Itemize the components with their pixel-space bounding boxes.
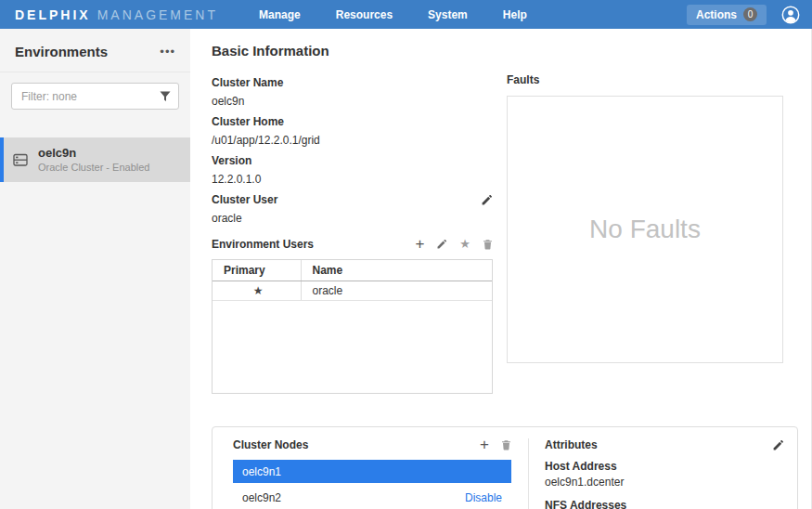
filter-input[interactable] [11, 83, 179, 110]
host-address-label: Host Address [545, 459, 784, 475]
environment-list-item-oelc9n[interactable]: oelc9n Oracle Cluster - Enabled [0, 137, 190, 182]
host-address-value: oelc9n1.dcenter [545, 475, 784, 490]
node-name: oelc9n2 [242, 491, 281, 504]
environment-item-text: oelc9n Oracle Cluster - Enabled [38, 146, 149, 174]
environment-users-toolbar: + ★ [415, 238, 493, 251]
top-navbar: DELPHIX MANAGEMENT Manage Resources Syst… [0, 0, 812, 29]
cluster-nodes-header: Cluster Nodes + [233, 438, 511, 451]
node-row-oelc9n1[interactable]: oelc9n1 [233, 460, 511, 483]
disable-node-link[interactable]: Disable [465, 491, 502, 504]
field-value: oelc9n [212, 92, 493, 111]
edit-user-icon[interactable] [436, 239, 447, 250]
field-value: /u01/app/12.2.0.1/grid [212, 131, 493, 150]
field-value: oracle [212, 209, 493, 228]
filter-container [11, 83, 179, 110]
environment-item-name: oelc9n [38, 146, 149, 161]
logo-primary: DELPHIX [15, 7, 91, 22]
sidebar-title: Environments [15, 44, 108, 59]
more-menu-icon[interactable]: ••• [160, 48, 175, 56]
nav-menu: Manage Resources System Help [259, 8, 527, 21]
attributes-title: Attributes [545, 438, 598, 451]
add-user-icon[interactable]: + [415, 238, 424, 251]
sidebar-header: Environments ••• [0, 29, 190, 72]
environment-users-title: Environment Users [212, 238, 314, 251]
logo-secondary: MANAGEMENT [97, 7, 218, 22]
column-header-name: Name [301, 260, 492, 281]
faults-title: Faults [507, 73, 783, 86]
cluster-nodes-section: Cluster Nodes + oelc9n1 [213, 438, 511, 509]
nfs-addresses-label: NFS Addresses [545, 498, 784, 509]
node-row-oelc9n2[interactable]: oelc9n2 Disable [233, 486, 511, 509]
main-content: Basic Information Cluster Name oelc9n Cl… [190, 29, 812, 509]
delete-node-icon[interactable] [501, 439, 511, 450]
field-cluster-home: Cluster Home /u01/app/12.2.0.1/grid [212, 112, 493, 150]
add-node-icon[interactable]: + [480, 438, 489, 451]
environment-item-subtitle: Oracle Cluster - Enabled [38, 161, 149, 174]
environments-sidebar: Environments ••• oelc9n Oracle Cluster -… [0, 29, 190, 509]
faults-column: Faults No Faults [507, 73, 783, 394]
field-value: 12.2.0.1.0 [212, 170, 493, 189]
column-header-primary: Primary [213, 260, 301, 281]
delphix-logo: DELPHIX MANAGEMENT [15, 7, 218, 22]
environment-list: oelc9n Oracle Cluster - Enabled [0, 137, 190, 182]
no-faults-text: No Faults [589, 215, 701, 244]
cluster-nodes-title: Cluster Nodes [233, 438, 308, 451]
user-name-cell: oracle [301, 281, 492, 301]
edit-cluster-user-icon[interactable] [481, 194, 493, 206]
filter-funnel-icon[interactable] [160, 91, 171, 102]
page-title: Basic Information [212, 43, 798, 59]
edit-attributes-icon[interactable] [772, 439, 784, 451]
field-label: Version [212, 151, 493, 170]
actions-button[interactable]: Actions 0 [687, 5, 767, 25]
attributes-header: Attributes [545, 438, 784, 451]
faults-panel: No Faults [507, 96, 783, 363]
table-row[interactable]: ★ oracle [213, 281, 492, 301]
user-avatar-icon[interactable] [780, 5, 801, 25]
nav-item-manage[interactable]: Manage [259, 8, 301, 21]
field-cluster-name: Cluster Name oelc9n [212, 73, 493, 111]
nav-right: Actions 0 [687, 5, 801, 25]
actions-count-badge: 0 [743, 7, 757, 21]
nav-item-system[interactable]: System [428, 8, 468, 21]
cluster-nodes-card: Cluster Nodes + oelc9n1 [212, 426, 798, 509]
environment-users-table: Primary Name ★ oracle [212, 259, 493, 394]
field-cluster-user: Cluster User oracle [212, 190, 493, 228]
field-version: Version 12.2.0.1.0 [212, 151, 493, 189]
field-label: Cluster User [212, 190, 277, 209]
field-label: Cluster Name [212, 73, 493, 92]
attributes-section: Attributes Host Address oelc9n1.dcenter … [529, 438, 797, 509]
cluster-icon [13, 153, 29, 167]
delete-user-icon[interactable] [483, 239, 493, 250]
cluster-nodes-toolbar: + [480, 438, 511, 451]
nav-item-resources[interactable]: Resources [336, 8, 393, 21]
basic-information-column: Cluster Name oelc9n Cluster Home /u01/ap… [212, 73, 493, 394]
primary-star: ★ [213, 281, 301, 301]
set-primary-user-icon[interactable]: ★ [459, 238, 470, 251]
actions-button-label: Actions [696, 8, 737, 21]
nav-item-help[interactable]: Help [503, 8, 527, 21]
environment-users-header: Environment Users + ★ [212, 238, 493, 251]
table-header-row: Primary Name [213, 260, 492, 281]
field-label: Cluster Home [212, 112, 493, 131]
node-name: oelc9n1 [242, 465, 281, 478]
